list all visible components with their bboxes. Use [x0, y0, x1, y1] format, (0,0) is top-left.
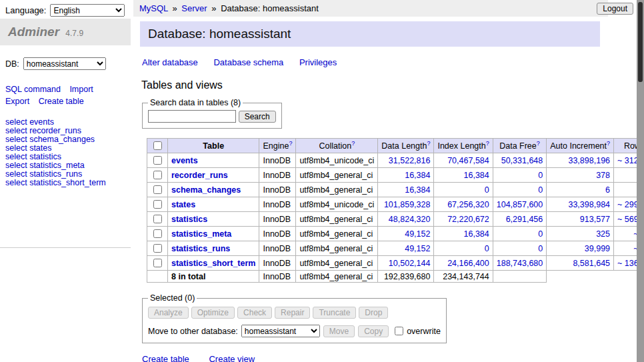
row-checkbox[interactable]: [153, 244, 162, 253]
data-length-link[interactable]: 10,502,144: [378, 256, 434, 271]
auto-increment-link[interactable]: 39,999: [547, 241, 614, 256]
column-header[interactable]: Engine?: [259, 139, 296, 153]
table-name-link[interactable]: states: [171, 200, 195, 209]
table-name-link[interactable]: statistics_runs: [171, 244, 230, 253]
table-name-link[interactable]: statistics_short_term: [171, 259, 255, 268]
data-free-link[interactable]: 50,331,648: [493, 153, 547, 168]
alter-database-link[interactable]: Alter database: [142, 57, 198, 67]
data-free-link[interactable]: 0: [493, 183, 547, 197]
column-help-link[interactable]: ?: [427, 140, 430, 147]
breadcrumb-mysql-link[interactable]: MySQL: [139, 3, 168, 13]
sidebar-select-table-link[interactable]: select statistics_short_term: [5, 179, 125, 187]
db-select[interactable]: homeassistant: [23, 57, 106, 70]
row-checkbox[interactable]: [153, 185, 162, 194]
data-length-link[interactable]: 16,384: [378, 183, 434, 197]
column-header[interactable]: Auto Increment?: [547, 139, 614, 153]
column-header[interactable]: Index Length?: [434, 139, 493, 153]
auto-increment-link[interactable]: 6: [547, 183, 614, 197]
data-free-link[interactable]: 0: [493, 168, 547, 183]
row-checkbox[interactable]: [153, 229, 162, 238]
index-length-link[interactable]: 16,384: [434, 227, 493, 241]
auto-increment-link[interactable]: 325: [547, 227, 614, 241]
data-free-link[interactable]: 6,291,456: [493, 212, 547, 227]
row-checkbox[interactable]: [153, 200, 162, 209]
column-help-link[interactable]: ?: [607, 140, 610, 147]
adminer-version[interactable]: 4.7.9: [65, 29, 83, 38]
logout-button[interactable]: Logout: [597, 3, 633, 15]
data-length-link[interactable]: 31,522,816: [378, 153, 434, 168]
column-help-link[interactable]: ?: [351, 140, 355, 147]
selected-action-button[interactable]: Repair: [275, 307, 310, 319]
adminer-brand-link[interactable]: Adminer: [8, 25, 59, 39]
sidebar-action-link[interactable]: SQL command: [5, 85, 61, 94]
data-length-link[interactable]: 48,824,320: [378, 212, 434, 227]
table-name-link[interactable]: statistics_meta: [171, 229, 231, 239]
database-schema-link[interactable]: Database schema: [213, 57, 283, 67]
page-title: Database: homeassistant: [140, 21, 600, 47]
row-checkbox[interactable]: [153, 215, 162, 223]
selected-action-button[interactable]: Analyze: [148, 307, 189, 319]
column-help-link[interactable]: ?: [486, 140, 489, 147]
auto-increment-link[interactable]: 8,581,645: [547, 256, 614, 271]
auto-increment-link[interactable]: 33,398,984: [547, 197, 614, 212]
data-length-link[interactable]: 49,152: [378, 227, 434, 241]
column-header[interactable]: Table: [168, 139, 259, 153]
search-input[interactable]: [148, 110, 236, 123]
selected-action-button[interactable]: Optimize: [191, 307, 235, 319]
index-length-link[interactable]: 72,220,672: [434, 212, 493, 227]
column-header[interactable]: Data Length?: [378, 139, 434, 153]
column-help-link[interactable]: ?: [537, 140, 540, 147]
move-database-select[interactable]: homeassistant: [241, 325, 320, 337]
move-button[interactable]: Move: [323, 325, 355, 337]
footer-index-length: 234,143,744: [434, 271, 493, 283]
selected-action-button[interactable]: Truncate: [313, 307, 356, 319]
table-name-cell: statistics: [168, 212, 259, 227]
column-help-link[interactable]: ?: [289, 140, 292, 147]
collation-cell: utf8mb4_general_ci: [296, 256, 378, 271]
data-length-link[interactable]: 49,152: [378, 241, 434, 256]
table-name-link[interactable]: events: [171, 156, 198, 165]
copy-button[interactable]: Copy: [358, 325, 389, 337]
sidebar-action-link[interactable]: Import: [69, 85, 93, 94]
overwrite-checkbox[interactable]: [395, 327, 403, 335]
index-length-link[interactable]: 70,467,584: [434, 153, 493, 168]
collation-cell: utf8mb4_unicode_ci: [296, 197, 378, 212]
select-all-checkbox[interactable]: [153, 141, 162, 150]
selected-action-button[interactable]: Drop: [359, 307, 388, 319]
column-header[interactable]: Collation?: [296, 139, 378, 153]
data-length-link[interactable]: 101,859,328: [378, 197, 434, 212]
sidebar-action-link[interactable]: Export: [5, 97, 29, 106]
privileges-link[interactable]: Privileges: [299, 57, 337, 67]
vertical-scrollbar[interactable]: [637, 0, 644, 362]
data-free-link[interactable]: 188,743,680: [493, 256, 547, 271]
index-length-link[interactable]: 0: [434, 241, 493, 256]
scrollbar-thumb[interactable]: [638, 2, 643, 82]
table-name-link[interactable]: recorder_runs: [171, 171, 228, 180]
index-length-link[interactable]: 16,384: [434, 168, 493, 183]
engine-cell: InnoDB: [259, 212, 296, 227]
table-name-link[interactable]: statistics: [171, 215, 207, 224]
data-free-link[interactable]: 104,857,600: [493, 197, 547, 212]
table-name-link[interactable]: schema_changes: [171, 185, 241, 195]
column-header[interactable]: Data Free?: [493, 139, 547, 153]
data-free-link[interactable]: 0: [493, 241, 547, 256]
breadcrumb-server-link[interactable]: Server: [181, 3, 207, 13]
data-free-link[interactable]: 0: [493, 227, 547, 241]
row-checkbox[interactable]: [153, 171, 162, 179]
create-table-link[interactable]: Create table: [142, 354, 189, 362]
sidebar-action-link[interactable]: Create table: [39, 97, 84, 106]
index-length-link[interactable]: 67,256,320: [434, 197, 493, 212]
tables-list-table: Table Engine? Collation? Data Length? In…: [147, 138, 644, 283]
index-length-link[interactable]: 24,166,400: [434, 256, 493, 271]
index-length-link[interactable]: 0: [434, 183, 493, 197]
selected-action-button[interactable]: Check: [237, 307, 272, 319]
data-length-link[interactable]: 16,384: [378, 168, 434, 183]
create-view-link[interactable]: Create view: [209, 354, 255, 362]
language-select[interactable]: English: [50, 4, 125, 17]
auto-increment-link[interactable]: 378: [547, 168, 614, 183]
search-button[interactable]: Search: [239, 111, 276, 123]
auto-increment-link[interactable]: 33,898,196: [547, 153, 614, 168]
row-checkbox[interactable]: [153, 259, 162, 267]
auto-increment-link[interactable]: 913,577: [547, 212, 614, 227]
row-checkbox[interactable]: [153, 156, 162, 165]
